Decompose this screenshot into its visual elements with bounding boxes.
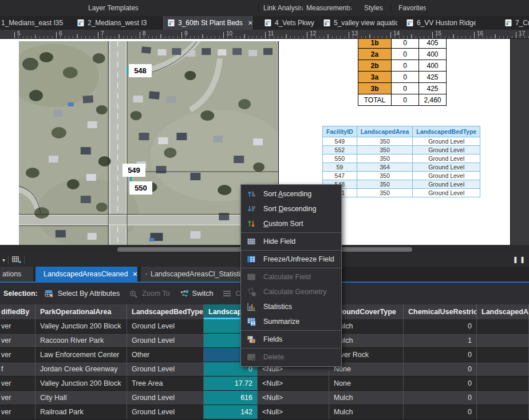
chevron-down-icon[interactable]: ▾: [2, 257, 5, 263]
ribbon-tab-link-analysis[interactable]: Link Analysis: [260, 0, 306, 16]
cell[interactable]: [477, 377, 529, 391]
cell[interactable]: 0: [404, 405, 477, 419]
cell[interactable]: Ground Level: [127, 362, 204, 377]
select-by-attributes-button[interactable]: Select By Attributes: [45, 290, 120, 298]
menu-item-freeze-unfreeze-field[interactable]: Freeze/Unfreeze Field: [241, 252, 341, 267]
cell[interactable]: Ground Level: [127, 334, 204, 348]
button-label: Select By Attributes: [58, 290, 120, 298]
column-header[interactable]: LandscapedArea: [477, 304, 529, 319]
menu-item-calculate-geometry: Calculate Geometry: [241, 284, 341, 299]
cell[interactable]: 0: [404, 377, 477, 391]
cell[interactable]: 0: [404, 319, 477, 334]
view-tab-vv-huston-ridge[interactable]: 6_VV Huston Ridge: [402, 16, 476, 30]
cell[interactable]: <Null>: [258, 405, 329, 419]
cell[interactable]: Valley Junction 200 Block: [35, 377, 127, 391]
switch-selection-icon: [179, 290, 189, 298]
cell[interactable]: Railroad Park: [35, 405, 127, 419]
layout-page-icon: [323, 19, 331, 27]
cell-selected[interactable]: 616: [204, 391, 258, 405]
cell[interactable]: 0: [404, 391, 477, 405]
cell[interactable]: [477, 348, 529, 362]
cell[interactable]: ver: [0, 405, 35, 419]
table-tab-partial[interactable]: ations: [0, 267, 33, 282]
table-row: 3a 0 425: [358, 72, 447, 83]
menu-item-statistics[interactable]: Statistics: [241, 299, 341, 314]
cell[interactable]: None: [329, 377, 404, 391]
menu-item-calculate-field: Calculate Field: [241, 270, 341, 284]
cell[interactable]: Mulch: [329, 391, 404, 405]
panel-options-icons[interactable]: ❚❚: [513, 256, 527, 263]
cell[interactable]: Other: [127, 348, 204, 362]
table-tab-landscaped-areas-cleaned[interactable]: LandscapedAreasCleaned ✕: [35, 267, 137, 282]
column-header: LandscapedBedType: [413, 126, 480, 137]
ruler-number: 11: [268, 30, 274, 37]
menu-item-summarize[interactable]: Σ Summarize: [241, 314, 341, 329]
cell[interactable]: Mulch: [329, 405, 404, 419]
table-row: ver Railroad Park Ground Level 142 <Null…: [0, 405, 529, 419]
cell[interactable]: 0: [404, 362, 477, 377]
cell[interactable]: Ground Level: [127, 405, 204, 419]
menu-item-sort-descending[interactable]: Sort Descending: [241, 201, 341, 216]
cell[interactable]: <Null>: [258, 391, 329, 405]
layout-table-cell: 547: [323, 172, 357, 180]
view-tab-valley-view-aquatic[interactable]: 5_valley view aquatic: [319, 16, 397, 30]
menu-item-fields[interactable]: Fields: [241, 332, 341, 347]
cell[interactable]: [477, 334, 529, 348]
cell[interactable]: ver: [0, 334, 35, 348]
cell[interactable]: Law Enforcement Center: [35, 348, 127, 362]
ribbon-group-layer-templates[interactable]: Layer Templates: [85, 0, 142, 16]
view-tab-medians-west[interactable]: 2_Medians_west I35: [73, 16, 147, 30]
summarize-icon: Σ: [247, 317, 256, 326]
cell[interactable]: 0: [404, 348, 477, 362]
menu-item-hide-field[interactable]: Hide Field: [241, 234, 341, 249]
cell[interactable]: Jordan Creek Greenway: [35, 362, 127, 377]
toolbar-divider: [8, 256, 9, 264]
cell[interactable]: Ground Level: [127, 391, 204, 405]
table-row: 551 350 Ground Level: [323, 189, 480, 197]
freeze-field-icon: [247, 255, 256, 264]
menu-item-label: Delete: [263, 353, 284, 361]
cell[interactable]: Raccoon River Park: [35, 334, 127, 348]
cell[interactable]: Valley Junction 200 Block: [35, 319, 127, 334]
ribbon-tab-measurements[interactable]: Measurements: [303, 0, 355, 16]
cell[interactable]: 1: [404, 334, 477, 348]
view-tab-vets-pkwy[interactable]: 4_Vets Pkwy: [260, 16, 315, 30]
menu-item-custom-sort[interactable]: Custom Sort: [241, 216, 341, 231]
view-tab-60th-st-plant-beds[interactable]: 3_60th St Plant Beds ✕: [163, 16, 252, 30]
column-header[interactable]: ChemicalUseRestricted: [404, 304, 477, 319]
cell[interactable]: [477, 391, 529, 405]
cell[interactable]: ver: [0, 319, 35, 334]
arcgis-pro-window: Layer Templates Link Analysis Measuremen…: [0, 0, 529, 420]
column-header[interactable]: ParkOperationalArea: [35, 304, 127, 319]
switch-selection-button[interactable]: Switch: [179, 290, 214, 298]
cell[interactable]: ver: [0, 391, 35, 405]
cell[interactable]: City Hall: [35, 391, 127, 405]
ribbon-tab-favorites[interactable]: Favorites: [395, 0, 430, 16]
menu-item-sort-ascending[interactable]: Sort Ascending: [241, 187, 341, 201]
cell[interactable]: Tree Area: [127, 377, 204, 391]
clear-selection-icon: [222, 290, 232, 298]
cell[interactable]: [477, 319, 529, 334]
column-header[interactable]: LandscapedBedType: [127, 304, 204, 319]
view-tab-7[interactable]: 7_Cr: [501, 16, 529, 30]
new-table-button[interactable]: [11, 256, 21, 264]
close-tab-icon[interactable]: ✕: [248, 19, 252, 27]
cell-selected[interactable]: 17.72: [204, 377, 258, 391]
table-tab-landscaped-areas-statistics[interactable]: LandscapedAreasCl_Statisti: [141, 267, 245, 282]
layout-table-cell: 59: [323, 163, 357, 172]
layout-table-cell: 0: [392, 60, 419, 72]
close-tab-icon[interactable]: ✕: [132, 271, 137, 278]
cell[interactable]: [477, 362, 529, 377]
map-label: 550: [129, 181, 152, 195]
cell-selected[interactable]: 142: [204, 405, 258, 419]
cell[interactable]: <Null>: [258, 377, 329, 391]
cell[interactable]: ver: [0, 348, 35, 362]
ribbon-tab-styles[interactable]: Styles: [361, 0, 386, 16]
column-header[interactable]: difiedBy: [0, 304, 35, 319]
cell[interactable]: ver: [0, 377, 35, 391]
view-tab-medians-east[interactable]: 1_Medians_east I35: [0, 16, 64, 30]
cell[interactable]: f: [0, 362, 35, 377]
cell[interactable]: [477, 405, 529, 419]
svg-text:Σ: Σ: [251, 321, 254, 326]
cell[interactable]: Ground Level: [127, 319, 204, 334]
